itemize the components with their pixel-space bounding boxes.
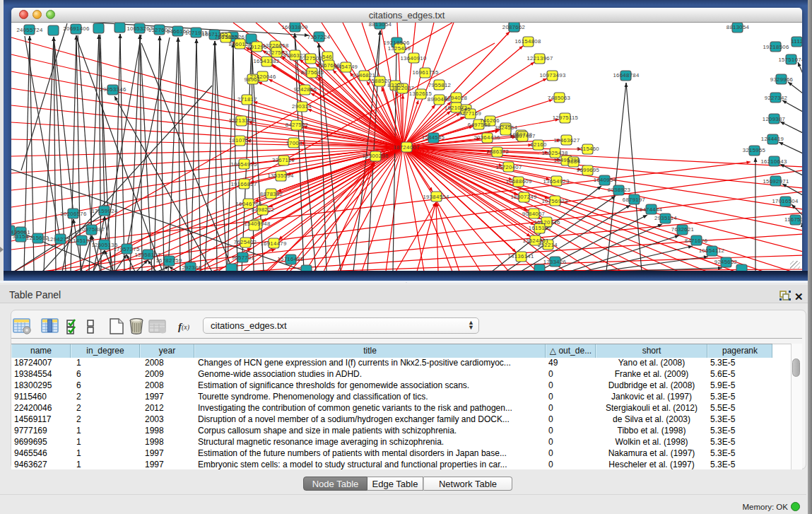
svg-text:1112: 1112 bbox=[791, 38, 802, 45]
svg-text:746266: 746266 bbox=[480, 117, 500, 124]
svg-text:12975115: 12975115 bbox=[553, 115, 579, 121]
svg-text:7663822: 7663822 bbox=[215, 34, 237, 40]
svg-text:6794028: 6794028 bbox=[445, 95, 467, 101]
svg-text:16914479: 16914479 bbox=[260, 240, 286, 247]
svg-text:9699695: 9699695 bbox=[577, 167, 600, 173]
svg-text:16961755: 16961755 bbox=[412, 69, 438, 76]
svg-text:9474444: 9474444 bbox=[640, 206, 663, 213]
svg-text:3215955: 3215955 bbox=[743, 147, 766, 153]
svg-text:5498222: 5498222 bbox=[252, 206, 274, 213]
svg-text:1584545: 1584545 bbox=[422, 134, 445, 141]
svg-text:9327502: 9327502 bbox=[300, 55, 322, 62]
svg-text:7886372: 7886372 bbox=[486, 148, 509, 155]
svg-text:10975887: 10975887 bbox=[78, 226, 105, 233]
svg-text:20364436: 20364436 bbox=[473, 134, 500, 141]
svg-text:271817: 271817 bbox=[237, 96, 257, 103]
svg-text:16033809: 16033809 bbox=[281, 24, 307, 30]
svg-text:19218506: 19218506 bbox=[763, 44, 789, 50]
svg-text:1640954: 1640954 bbox=[594, 177, 617, 183]
svg-text:10654112: 10654112 bbox=[699, 247, 725, 254]
svg-text:17016504: 17016504 bbox=[772, 198, 798, 204]
svg-text:1167534: 1167534 bbox=[784, 216, 802, 223]
svg-text:(x): (x) bbox=[182, 323, 189, 332]
svg-text:20691406: 20691406 bbox=[63, 25, 89, 32]
svg-text:15720407: 15720407 bbox=[495, 164, 522, 170]
svg-text:13654923: 13654923 bbox=[543, 178, 569, 185]
svg-text:252214: 252214 bbox=[538, 242, 558, 248]
svg-text:2087662: 2087662 bbox=[502, 24, 525, 30]
svg-text:10654935: 10654935 bbox=[230, 161, 257, 168]
svg-text:17004: 17004 bbox=[286, 140, 302, 146]
svg-text:13640910: 13640910 bbox=[400, 55, 426, 62]
svg-text:2935114: 2935114 bbox=[654, 215, 677, 221]
svg-text:24055724: 24055724 bbox=[16, 27, 42, 33]
svg-text:546: 546 bbox=[322, 54, 332, 60]
svg-text:9777169: 9777169 bbox=[459, 110, 481, 117]
svg-text:13535594: 13535594 bbox=[267, 173, 293, 179]
svg-text:12213967: 12213967 bbox=[526, 55, 553, 62]
svg-text:15751074: 15751074 bbox=[778, 57, 802, 63]
svg-text:10807487: 10807487 bbox=[509, 133, 535, 139]
svg-text:9245652: 9245652 bbox=[714, 259, 737, 265]
svg-text:19384554: 19384554 bbox=[423, 194, 449, 200]
svg-text:1209387: 1209387 bbox=[763, 116, 785, 122]
svg-text:9657791: 9657791 bbox=[232, 255, 254, 261]
svg-text:7632621: 7632621 bbox=[671, 226, 694, 233]
svg-text:8454749: 8454749 bbox=[335, 64, 358, 70]
svg-text:16648784: 16648784 bbox=[613, 72, 639, 78]
svg-text:9884: 9884 bbox=[567, 158, 581, 165]
svg-text:16154808: 16154808 bbox=[514, 38, 541, 45]
svg-text:20206576: 20206576 bbox=[60, 211, 86, 217]
svg-text:19463627: 19463627 bbox=[553, 137, 579, 144]
svg-text:17159924: 17159924 bbox=[91, 208, 117, 214]
svg-text:3267110: 3267110 bbox=[272, 157, 295, 163]
svg-text:10756923: 10756923 bbox=[541, 198, 567, 204]
svg-text:10688609: 10688609 bbox=[505, 178, 531, 185]
svg-text:1244419: 1244419 bbox=[761, 136, 784, 142]
svg-text:9084067: 9084067 bbox=[522, 211, 545, 217]
svg-text:1615132: 1615132 bbox=[529, 225, 551, 231]
svg-text:18807249: 18807249 bbox=[510, 194, 536, 200]
svg-text:13226058: 13226058 bbox=[262, 42, 288, 49]
svg-text:8813054: 8813054 bbox=[369, 23, 392, 28]
svg-text:9329966: 9329966 bbox=[770, 76, 793, 83]
svg-text:1810754: 1810754 bbox=[229, 137, 252, 144]
svg-text:9227342: 9227342 bbox=[765, 95, 787, 101]
svg-text:10025438: 10025438 bbox=[541, 150, 567, 156]
svg-text:8471676: 8471676 bbox=[685, 238, 707, 244]
svg-text:1325419: 1325419 bbox=[388, 45, 411, 52]
svg-text:7625402: 7625402 bbox=[234, 239, 257, 245]
svg-text:8813054: 8813054 bbox=[726, 24, 750, 30]
svg-text:62160: 62160 bbox=[530, 141, 547, 148]
svg-text:29053346: 29053346 bbox=[100, 86, 126, 93]
svg-text:18300295: 18300295 bbox=[362, 153, 388, 159]
svg-text:14136141: 14136141 bbox=[507, 253, 534, 259]
svg-text:12942757: 12942757 bbox=[47, 236, 73, 243]
svg-text:16210643: 16210643 bbox=[760, 158, 787, 165]
svg-text:9242856: 9242856 bbox=[294, 86, 317, 93]
svg-text:7357224: 7357224 bbox=[307, 34, 331, 40]
svg-text:8427552: 8427552 bbox=[286, 122, 308, 128]
svg-text:15716485: 15716485 bbox=[277, 256, 303, 262]
svg-text:1145194: 1145194 bbox=[70, 238, 93, 244]
svg-text:8878332: 8878332 bbox=[260, 191, 283, 197]
svg-text:3824554: 3824554 bbox=[495, 124, 518, 131]
svg-text:1733426: 1733426 bbox=[543, 259, 566, 265]
svg-text:1292346: 1292346 bbox=[179, 264, 201, 271]
svg-text:18724007: 18724007 bbox=[393, 144, 419, 151]
svg-text:16782759: 16782759 bbox=[155, 257, 182, 264]
svg-text:16543382: 16543382 bbox=[253, 58, 279, 64]
svg-text:1215682: 1215682 bbox=[26, 235, 49, 241]
svg-text:6879197: 6879197 bbox=[623, 197, 645, 203]
svg-text:15692971: 15692971 bbox=[763, 178, 789, 185]
svg-text:7485063: 7485063 bbox=[548, 95, 570, 101]
svg-text:9115460: 9115460 bbox=[577, 146, 599, 152]
svg-text:12213369: 12213369 bbox=[228, 117, 254, 124]
svg-text:98961: 98961 bbox=[244, 76, 260, 83]
svg-text:8938923: 8938923 bbox=[608, 187, 630, 193]
svg-text:10973493: 10973493 bbox=[539, 72, 565, 78]
svg-text:19166827: 19166827 bbox=[230, 181, 257, 187]
svg-text:290314: 290314 bbox=[292, 103, 312, 110]
svg-text:8875645: 8875645 bbox=[301, 69, 324, 76]
svg-text:7955812: 7955812 bbox=[428, 82, 451, 88]
